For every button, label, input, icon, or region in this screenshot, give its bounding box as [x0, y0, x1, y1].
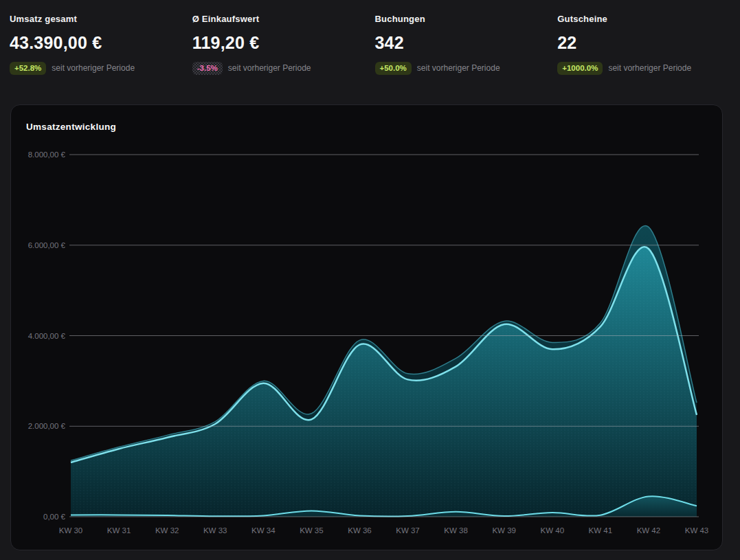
svg-text:KW 43: KW 43 — [685, 526, 709, 535]
svg-text:KW 32: KW 32 — [155, 526, 179, 535]
svg-text:KW 34: KW 34 — [251, 526, 276, 535]
kpi-card-umsatz-gesamt: Umsatz gesamt 43.390,00 € +52.8% seit vo… — [10, 14, 192, 75]
svg-text:4.000,00 €: 4.000,00 € — [28, 332, 66, 340]
svg-text:2.000,00 €: 2.000,00 € — [28, 422, 66, 430]
chart-title: Umsatzentwicklung — [26, 122, 116, 132]
svg-text:0,00 €: 0,00 € — [43, 513, 66, 521]
kpi-label: Umsatz gesamt — [10, 14, 77, 24]
kpi-card-buchungen: Buchungen 342 +50.0% seit vorheriger Per… — [375, 14, 558, 75]
delta-badge: +1000.0% — [557, 62, 603, 75]
svg-text:KW 41: KW 41 — [589, 526, 613, 535]
revenue-area-chart: 0,00 €2.000,00 €4.000,00 €6.000,00 €8.00… — [11, 105, 722, 550]
svg-text:KW 40: KW 40 — [541, 526, 565, 535]
kpi-delta-row: +50.0% seit vorheriger Periode — [375, 62, 500, 75]
kpi-value: 43.390,00 € — [10, 33, 102, 53]
kpi-label: Buchungen — [375, 14, 425, 24]
revenue-chart-card: Umsatzentwicklung 0,00 €2.000,00 €4.000,… — [10, 104, 723, 550]
svg-text:KW 42: KW 42 — [637, 526, 661, 535]
svg-text:KW 31: KW 31 — [107, 526, 131, 535]
kpi-card-einkaufswert: Ø Einkaufswert 119,20 € -3.5% seit vorhe… — [192, 14, 375, 75]
svg-text:KW 38: KW 38 — [444, 526, 468, 535]
kpi-label: Gutscheine — [557, 14, 607, 24]
kpi-row: Umsatz gesamt 43.390,00 € +52.8% seit vo… — [0, 0, 740, 75]
delta-note: seit vorheriger Periode — [228, 63, 311, 73]
svg-text:KW 30: KW 30 — [59, 526, 83, 535]
kpi-delta-row: +52.8% seit vorheriger Periode — [10, 62, 135, 75]
delta-badge: -3.5% — [192, 62, 223, 75]
delta-note: seit vorheriger Periode — [417, 63, 500, 73]
svg-text:KW 35: KW 35 — [300, 526, 324, 535]
kpi-delta-row: +1000.0% seit vorheriger Periode — [557, 62, 691, 75]
svg-text:KW 36: KW 36 — [348, 526, 372, 535]
delta-note: seit vorheriger Periode — [608, 63, 691, 73]
kpi-card-gutscheine: Gutscheine 22 +1000.0% seit vorheriger P… — [557, 14, 740, 75]
kpi-delta-row: -3.5% seit vorheriger Periode — [192, 62, 311, 75]
kpi-label: Ø Einkaufswert — [192, 14, 259, 24]
kpi-value: 342 — [375, 33, 404, 53]
kpi-value: 119,20 € — [192, 33, 260, 53]
delta-note: seit vorheriger Periode — [52, 63, 135, 73]
svg-text:KW 33: KW 33 — [203, 526, 227, 535]
svg-text:KW 37: KW 37 — [396, 526, 420, 535]
delta-badge: +52.8% — [10, 62, 46, 75]
svg-text:KW 39: KW 39 — [492, 526, 516, 535]
delta-badge: +50.0% — [375, 62, 412, 75]
kpi-value: 22 — [557, 33, 576, 53]
svg-text:6.000,00 €: 6.000,00 € — [28, 241, 66, 249]
svg-text:8.000,00 €: 8.000,00 € — [28, 150, 66, 159]
